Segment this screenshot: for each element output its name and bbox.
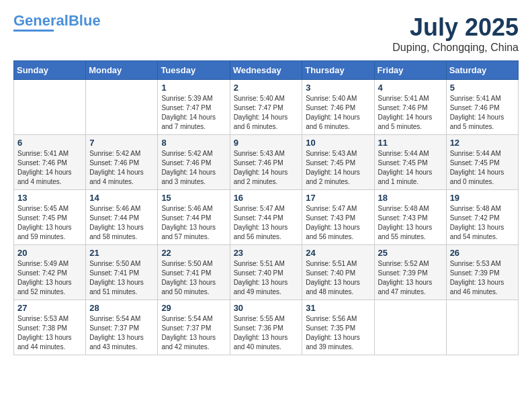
day-info: Sunrise: 5:45 AM Sunset: 7:45 PM Dayligh… — [17, 204, 82, 242]
day-number: 25 — [378, 248, 443, 258]
day-info: Sunrise: 5:48 AM Sunset: 7:43 PM Dayligh… — [378, 204, 443, 242]
day-cell: 5Sunrise: 5:41 AM Sunset: 7:46 PM Daylig… — [446, 80, 518, 135]
weekday-header-tuesday: Tuesday — [158, 61, 230, 80]
day-info: Sunrise: 5:52 AM Sunset: 7:39 PM Dayligh… — [378, 259, 443, 297]
day-info: Sunrise: 5:44 AM Sunset: 7:45 PM Dayligh… — [378, 149, 443, 187]
week-row-5: 27Sunrise: 5:53 AM Sunset: 7:38 PM Dayli… — [14, 300, 519, 355]
day-number: 14 — [89, 193, 154, 203]
day-cell: 19Sunrise: 5:48 AM Sunset: 7:42 PM Dayli… — [446, 190, 518, 245]
day-info: Sunrise: 5:51 AM Sunset: 7:40 PM Dayligh… — [234, 259, 299, 297]
day-number: 1 — [161, 83, 226, 93]
day-info: Sunrise: 5:41 AM Sunset: 7:46 PM Dayligh… — [378, 94, 443, 132]
month-year: July 2025 — [392, 13, 519, 42]
day-number: 10 — [306, 138, 370, 148]
day-info: Sunrise: 5:43 AM Sunset: 7:45 PM Dayligh… — [306, 149, 370, 187]
day-cell: 14Sunrise: 5:46 AM Sunset: 7:44 PM Dayli… — [86, 190, 158, 245]
day-cell: 8Sunrise: 5:42 AM Sunset: 7:46 PM Daylig… — [158, 135, 230, 190]
day-number: 24 — [306, 248, 370, 258]
week-row-3: 13Sunrise: 5:45 AM Sunset: 7:45 PM Dayli… — [14, 190, 519, 245]
calendar-table: SundayMondayTuesdayWednesdayThursdayFrid… — [13, 60, 519, 355]
day-cell — [14, 80, 86, 135]
day-info: Sunrise: 5:44 AM Sunset: 7:45 PM Dayligh… — [450, 149, 515, 187]
day-cell — [86, 80, 158, 135]
day-info: Sunrise: 5:47 AM Sunset: 7:44 PM Dayligh… — [234, 204, 299, 242]
day-cell: 11Sunrise: 5:44 AM Sunset: 7:45 PM Dayli… — [374, 135, 446, 190]
day-number: 29 — [161, 303, 226, 313]
weekday-header-sunday: Sunday — [14, 61, 86, 80]
day-cell: 25Sunrise: 5:52 AM Sunset: 7:39 PM Dayli… — [374, 245, 446, 300]
day-cell: 31Sunrise: 5:56 AM Sunset: 7:35 PM Dayli… — [302, 300, 374, 355]
day-cell: 13Sunrise: 5:45 AM Sunset: 7:45 PM Dayli… — [14, 190, 86, 245]
weekday-header-thursday: Thursday — [302, 61, 374, 80]
day-info: Sunrise: 5:53 AM Sunset: 7:38 PM Dayligh… — [17, 314, 82, 352]
day-number: 16 — [234, 193, 299, 203]
day-info: Sunrise: 5:50 AM Sunset: 7:41 PM Dayligh… — [89, 259, 154, 297]
day-cell: 20Sunrise: 5:49 AM Sunset: 7:42 PM Dayli… — [14, 245, 86, 300]
day-info: Sunrise: 5:54 AM Sunset: 7:37 PM Dayligh… — [89, 314, 154, 352]
page-header: GeneralBlue July 2025 Duping, Chongqing,… — [13, 13, 519, 54]
day-cell: 7Sunrise: 5:42 AM Sunset: 7:46 PM Daylig… — [86, 135, 158, 190]
weekday-header-row: SundayMondayTuesdayWednesdayThursdayFrid… — [14, 61, 519, 80]
day-number: 11 — [378, 138, 443, 148]
day-info: Sunrise: 5:51 AM Sunset: 7:40 PM Dayligh… — [306, 259, 370, 297]
weekday-header-wednesday: Wednesday — [230, 61, 302, 80]
day-number: 12 — [450, 138, 515, 148]
day-number: 15 — [161, 193, 226, 203]
day-cell: 2Sunrise: 5:40 AM Sunset: 7:47 PM Daylig… — [230, 80, 302, 135]
day-number: 21 — [89, 248, 154, 258]
logo-underline — [13, 30, 54, 32]
day-cell: 4Sunrise: 5:41 AM Sunset: 7:46 PM Daylig… — [374, 80, 446, 135]
day-number: 3 — [306, 83, 370, 93]
day-info: Sunrise: 5:50 AM Sunset: 7:41 PM Dayligh… — [161, 259, 226, 297]
day-info: Sunrise: 5:40 AM Sunset: 7:46 PM Dayligh… — [306, 94, 370, 132]
day-info: Sunrise: 5:42 AM Sunset: 7:46 PM Dayligh… — [161, 149, 226, 187]
weekday-header-monday: Monday — [86, 61, 158, 80]
day-info: Sunrise: 5:47 AM Sunset: 7:43 PM Dayligh… — [306, 204, 370, 242]
day-info: Sunrise: 5:49 AM Sunset: 7:42 PM Dayligh… — [17, 259, 82, 297]
day-info: Sunrise: 5:41 AM Sunset: 7:46 PM Dayligh… — [17, 149, 82, 187]
day-info: Sunrise: 5:42 AM Sunset: 7:46 PM Dayligh… — [89, 149, 154, 187]
day-cell: 26Sunrise: 5:53 AM Sunset: 7:39 PM Dayli… — [446, 245, 518, 300]
day-cell: 21Sunrise: 5:50 AM Sunset: 7:41 PM Dayli… — [86, 245, 158, 300]
logo-blue: Blue — [69, 12, 101, 29]
day-number: 20 — [17, 248, 82, 258]
day-number: 17 — [306, 193, 370, 203]
day-cell: 3Sunrise: 5:40 AM Sunset: 7:46 PM Daylig… — [302, 80, 374, 135]
day-number: 7 — [89, 138, 154, 148]
day-info: Sunrise: 5:48 AM Sunset: 7:42 PM Dayligh… — [450, 204, 515, 242]
day-cell: 17Sunrise: 5:47 AM Sunset: 7:43 PM Dayli… — [302, 190, 374, 245]
day-cell: 29Sunrise: 5:54 AM Sunset: 7:37 PM Dayli… — [158, 300, 230, 355]
week-row-1: 1Sunrise: 5:39 AM Sunset: 7:47 PM Daylig… — [14, 80, 519, 135]
day-number: 5 — [450, 83, 515, 93]
day-cell: 12Sunrise: 5:44 AM Sunset: 7:45 PM Dayli… — [446, 135, 518, 190]
day-cell — [446, 300, 518, 355]
day-cell: 15Sunrise: 5:46 AM Sunset: 7:44 PM Dayli… — [158, 190, 230, 245]
day-info: Sunrise: 5:46 AM Sunset: 7:44 PM Dayligh… — [161, 204, 226, 242]
week-row-4: 20Sunrise: 5:49 AM Sunset: 7:42 PM Dayli… — [14, 245, 519, 300]
day-cell: 30Sunrise: 5:55 AM Sunset: 7:36 PM Dayli… — [230, 300, 302, 355]
day-info: Sunrise: 5:55 AM Sunset: 7:36 PM Dayligh… — [234, 314, 299, 352]
day-cell: 6Sunrise: 5:41 AM Sunset: 7:46 PM Daylig… — [14, 135, 86, 190]
day-info: Sunrise: 5:54 AM Sunset: 7:37 PM Dayligh… — [161, 314, 226, 352]
day-info: Sunrise: 5:46 AM Sunset: 7:44 PM Dayligh… — [89, 204, 154, 242]
day-cell: 27Sunrise: 5:53 AM Sunset: 7:38 PM Dayli… — [14, 300, 86, 355]
day-number: 28 — [89, 303, 154, 313]
day-cell: 9Sunrise: 5:43 AM Sunset: 7:46 PM Daylig… — [230, 135, 302, 190]
day-number: 13 — [17, 193, 82, 203]
day-cell: 18Sunrise: 5:48 AM Sunset: 7:43 PM Dayli… — [374, 190, 446, 245]
logo: GeneralBlue — [13, 13, 101, 32]
location: Duping, Chongqing, China — [392, 42, 519, 54]
day-number: 8 — [161, 138, 226, 148]
day-cell — [374, 300, 446, 355]
logo-general: General — [13, 12, 69, 29]
day-number: 31 — [306, 303, 370, 313]
day-cell: 16Sunrise: 5:47 AM Sunset: 7:44 PM Dayli… — [230, 190, 302, 245]
day-cell: 1Sunrise: 5:39 AM Sunset: 7:47 PM Daylig… — [158, 80, 230, 135]
day-number: 30 — [234, 303, 299, 313]
day-cell: 22Sunrise: 5:50 AM Sunset: 7:41 PM Dayli… — [158, 245, 230, 300]
day-number: 19 — [450, 193, 515, 203]
day-info: Sunrise: 5:53 AM Sunset: 7:39 PM Dayligh… — [450, 259, 515, 297]
day-info: Sunrise: 5:56 AM Sunset: 7:35 PM Dayligh… — [306, 314, 370, 352]
day-number: 2 — [234, 83, 299, 93]
day-number: 22 — [161, 248, 226, 258]
